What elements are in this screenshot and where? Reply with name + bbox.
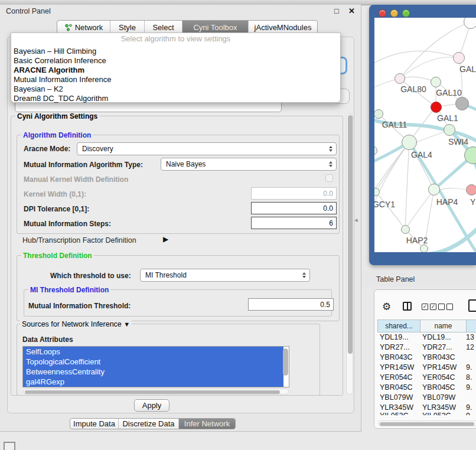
settings-scrollbar-track xyxy=(346,113,353,394)
minimized-panel-icon[interactable] xyxy=(4,442,15,450)
dpi-tolerance-label: DPI Tolerance [0,1]: xyxy=(24,205,89,213)
control-panel: Control Panel □ ✕ Network Style Select C… xyxy=(0,5,361,432)
list-horizontal-scrollbar-track xyxy=(23,389,289,394)
table-hscrollbar-track xyxy=(378,420,476,426)
kernel-width-label: Kernel Width (0,1): xyxy=(24,190,86,198)
mi-steps-field[interactable]: 6 xyxy=(251,217,337,229)
split-columns-icon[interactable] xyxy=(403,302,412,311)
tab-select[interactable]: Select xyxy=(145,21,182,34)
network-node[interactable] xyxy=(431,77,441,87)
panel-collapse-handle-icon[interactable]: ◂ xyxy=(354,216,358,224)
tab-network[interactable]: Network xyxy=(57,21,110,34)
table-row[interactable]: YDL19... YDL19... 13 xyxy=(377,332,476,343)
algorithm-option-selected[interactable]: ARACNE Algorithm xyxy=(11,66,340,75)
gear-icon[interactable]: ⚙ xyxy=(382,301,391,313)
table-rows: YDL19... YDL19... 13 YDR27... YDR27... 1… xyxy=(377,332,476,415)
table-hscrollbar[interactable] xyxy=(380,422,474,426)
algorithm-option[interactable]: Bayesian – K2 xyxy=(11,84,340,94)
combo-spinner-icon xyxy=(329,146,332,152)
mi-threshold-value: 0.5 xyxy=(320,301,330,309)
list-item-selected[interactable]: SelfLoops xyxy=(23,347,283,357)
tab-network-label: Network xyxy=(75,23,103,32)
table-row[interactable]: YDR27... YDR27... 12 xyxy=(377,343,476,353)
screen: Control Panel □ ✕ Network Style Select C… xyxy=(0,0,476,450)
kernel-width-field[interactable]: 0.0 xyxy=(251,187,337,200)
list-item-selected[interactable]: BetweennessCentrality xyxy=(23,367,283,377)
data-attributes-label: Data Attributes xyxy=(22,335,73,344)
table-row[interactable]: YBR043C YBR043C xyxy=(377,353,476,363)
table-panel-title: Table Panel xyxy=(376,275,415,283)
new-table-icon[interactable] xyxy=(468,299,476,312)
algorithm-option[interactable]: Dream8 DC_TDC Algorithm xyxy=(11,94,340,103)
list-item-selected[interactable]: gal4RGexp xyxy=(23,377,283,387)
select-all-columns-icon[interactable]: ✓✓ xyxy=(422,304,436,310)
mi-threshold-group-title: MI Threshold Definition xyxy=(28,286,110,294)
window-close-button[interactable] xyxy=(379,9,386,17)
algorithm-dropdown-popup: Select algorithm to view settings Bayesi… xyxy=(11,32,341,103)
network-node[interactable] xyxy=(428,184,440,195)
tab-infer-network[interactable]: Infer Network xyxy=(179,419,235,429)
table-row[interactable]: YIL053C YIL053C 9. xyxy=(377,411,476,415)
network-node[interactable] xyxy=(420,244,428,252)
network-node[interactable] xyxy=(401,225,410,234)
column-header-shared[interactable]: shared... xyxy=(377,319,420,332)
list-item-selected[interactable]: TopologicalCoefficient xyxy=(23,357,283,367)
network-node[interactable] xyxy=(455,97,469,110)
mi-threshold-field[interactable]: 0.5 xyxy=(248,298,334,311)
network-node[interactable] xyxy=(453,52,465,64)
table-row[interactable]: YBL079W YBL079W xyxy=(377,393,476,403)
control-panel-title: Control Panel xyxy=(6,7,51,15)
which-threshold-combo[interactable]: MI Threshold xyxy=(140,269,310,282)
list-vertical-scrollbar[interactable] xyxy=(283,348,288,376)
tab-discretize-data[interactable]: Discretize Data xyxy=(119,419,179,429)
network-node[interactable] xyxy=(466,184,476,195)
settings-scrollbar[interactable] xyxy=(348,115,353,354)
sources-group-title: Sources for Network Inference ▼ xyxy=(20,320,132,328)
table-row[interactable]: YBR045C YBR045C 9. xyxy=(377,383,476,393)
mi-algorithm-type-value: Naive Bayes xyxy=(166,160,206,168)
close-panel-icon[interactable]: ✕ xyxy=(348,6,355,15)
list-horizontal-scrollbar[interactable] xyxy=(25,390,280,394)
manual-kernel-checkbox[interactable] xyxy=(325,174,333,182)
mi-algorithm-type-combo[interactable]: Naive Bayes xyxy=(161,158,337,171)
algorithm-definition-title: Algorithm Definition xyxy=(21,131,93,139)
threshold-definition-title: Threshold Definition xyxy=(21,252,94,260)
tab-style[interactable]: Style xyxy=(110,21,145,34)
expand-right-icon[interactable]: ▶ xyxy=(163,235,168,243)
algorithm-option[interactable]: Basic Correlation Inference xyxy=(11,56,340,66)
sources-title-text[interactable]: Sources for Network Inference xyxy=(22,320,122,328)
combo-spinner-icon xyxy=(302,272,306,278)
column-header-name[interactable]: name xyxy=(420,319,467,332)
table-row[interactable]: YER054C YER054C 8. xyxy=(377,373,476,383)
node-label: GAL10 xyxy=(436,88,462,97)
which-threshold-label: Which threshold to use: xyxy=(50,272,131,280)
tab-jactivemnodules[interactable]: jActiveMNodules xyxy=(249,21,317,34)
aracne-mode-combo[interactable]: Discovery xyxy=(77,142,337,155)
network-node[interactable] xyxy=(444,124,455,136)
hub-tf-label[interactable]: Hub/Transcription Factor Definition xyxy=(22,236,136,244)
network-node[interactable] xyxy=(395,73,405,84)
window-minimize-button[interactable] xyxy=(390,9,398,17)
combo-spinner-icon xyxy=(329,161,332,167)
network-node[interactable] xyxy=(431,102,442,113)
node-label: GAL xyxy=(459,64,476,74)
aracne-mode-label: Aracne Mode: xyxy=(24,145,70,153)
network-node[interactable] xyxy=(402,135,417,150)
algorithm-option[interactable]: Mutual Information Inference xyxy=(11,75,340,84)
collapse-down-icon[interactable]: ▼ xyxy=(123,321,130,328)
dpi-tolerance-field[interactable]: 0.0 xyxy=(251,202,337,214)
deselect-all-columns-icon[interactable] xyxy=(438,304,453,310)
float-panel-icon[interactable]: □ xyxy=(334,6,339,15)
column-header-partial[interactable] xyxy=(467,319,476,332)
tab-impute-data[interactable]: Impute Data xyxy=(70,419,119,429)
apply-button[interactable]: Apply xyxy=(134,399,169,412)
tab-cyni-toolbox[interactable]: Cyni Toolbox xyxy=(182,21,249,34)
algorithm-option[interactable]: Bayesian – Hill Climbing xyxy=(11,47,340,56)
table-panel: ⚙ ✓✓ shared... name YDL19... YDL19... 13 xyxy=(374,289,476,429)
node-label: SWI4 xyxy=(448,137,468,146)
table-row[interactable]: YPR145W YPR145W 9. xyxy=(377,363,476,373)
manual-kernel-label: Manual Kernel Width Definition xyxy=(24,175,128,184)
window-zoom-button[interactable] xyxy=(402,9,410,17)
network-canvas[interactable]: GAL80 GAL10 GAL1 GAL11 SWI4 GAL4 HAP4 Y … xyxy=(374,18,476,252)
aracne-mode-value: Discovery xyxy=(82,145,113,153)
